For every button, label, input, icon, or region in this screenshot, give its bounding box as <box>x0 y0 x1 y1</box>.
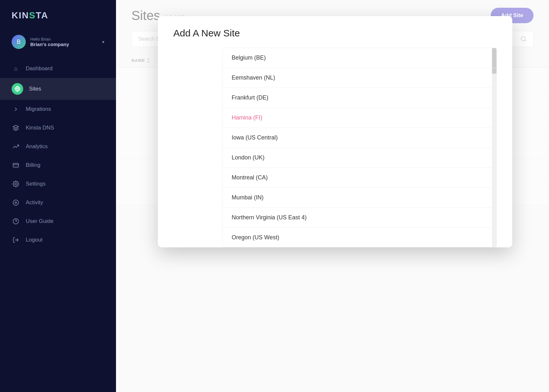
sidebar-item-label: Analytics <box>26 143 48 150</box>
help-icon <box>12 217 20 225</box>
user-profile[interactable]: B Hello Brian Brian's company ▾ <box>0 30 116 57</box>
sidebar-item-label: Dashboard <box>26 65 53 72</box>
home-icon: ⌂ <box>12 64 20 73</box>
svg-point-5 <box>15 183 17 185</box>
sidebar-item-label: Sites <box>29 86 41 92</box>
sidebar-item-label: User Guide <box>26 218 53 225</box>
sidebar-item-migrations[interactable]: Migrations <box>0 100 116 119</box>
add-site-modal: Add A New Site Belgium (BE) Eemshaven (N… <box>158 16 512 247</box>
activity-icon <box>12 198 20 207</box>
location-item-iowa[interactable]: Iowa (US Central) <box>223 128 496 148</box>
svg-point-6 <box>13 200 19 206</box>
logout-icon <box>12 236 20 244</box>
sidebar-item-kinsta-dns[interactable]: Kinsta DNS <box>0 119 116 137</box>
sidebar-item-analytics[interactable]: Analytics <box>0 137 116 156</box>
nav-menu: ⌂ Dashboard Sites Migrations Kinsta DNS <box>0 57 116 392</box>
user-greeting: Hello Brian <box>30 37 98 42</box>
location-item-northern-virginia[interactable]: Northern Virginia (US East 4) <box>223 208 496 228</box>
svg-marker-2 <box>13 125 19 128</box>
sidebar-item-billing[interactable]: Billing <box>0 156 116 175</box>
sidebar-item-label: Activity <box>26 199 43 206</box>
location-item-mumbai[interactable]: Mumbai (IN) <box>223 188 496 208</box>
main-content: Sites 11 / 30 Add Site Search Sites NAME… <box>116 0 549 392</box>
sidebar-item-settings[interactable]: Settings <box>0 175 116 193</box>
modal-title: Add A New Site <box>173 28 497 39</box>
logo: KINSTA <box>0 0 116 30</box>
dns-icon <box>12 124 20 132</box>
location-list: Belgium (BE) Eemshaven (NL) Frankfurt (D… <box>222 48 497 247</box>
location-item-eemshaven[interactable]: Eemshaven (NL) <box>223 68 496 88</box>
location-item-montreal[interactable]: Montreal (CA) <box>223 168 496 188</box>
sites-icon <box>12 83 23 95</box>
modal-header: Add A New Site <box>158 16 512 48</box>
modal-body: Belgium (BE) Eemshaven (NL) Frankfurt (D… <box>158 48 512 247</box>
svg-point-7 <box>15 202 17 204</box>
location-item-london[interactable]: London (UK) <box>223 148 496 168</box>
chevron-down-icon: ▾ <box>102 39 104 44</box>
svg-rect-3 <box>13 163 19 167</box>
sidebar-item-label: Logout <box>26 237 43 243</box>
sidebar-item-label: Settings <box>26 181 45 187</box>
sidebar: KINSTA B Hello Brian Brian's company ▾ ⌂… <box>0 0 116 392</box>
sidebar-item-label: Kinsta DNS <box>26 125 54 131</box>
user-info: Hello Brian Brian's company <box>30 37 98 47</box>
location-item-belgium[interactable]: Belgium (BE) <box>223 48 496 68</box>
sidebar-item-label: Migrations <box>26 106 51 112</box>
location-item-hamina[interactable]: Hamina (FI) <box>223 108 496 128</box>
sidebar-item-user-guide[interactable]: User Guide <box>0 212 116 231</box>
sidebar-item-activity[interactable]: Activity <box>0 193 116 212</box>
sidebar-item-sites[interactable]: Sites <box>0 78 116 100</box>
avatar: B <box>12 35 26 49</box>
billing-icon <box>12 161 20 169</box>
sidebar-item-dashboard[interactable]: ⌂ Dashboard <box>0 59 116 78</box>
migrations-icon <box>12 105 20 113</box>
location-item-oregon[interactable]: Oregon (US West) <box>223 228 496 247</box>
settings-icon <box>12 180 20 188</box>
sidebar-item-logout[interactable]: Logout <box>0 231 116 249</box>
user-company: Brian's company <box>30 42 98 47</box>
analytics-icon <box>12 142 20 151</box>
logo-text: KINSTA <box>12 10 48 21</box>
sidebar-item-label: Billing <box>26 162 40 168</box>
location-item-frankfurt[interactable]: Frankfurt (DE) <box>223 88 496 108</box>
